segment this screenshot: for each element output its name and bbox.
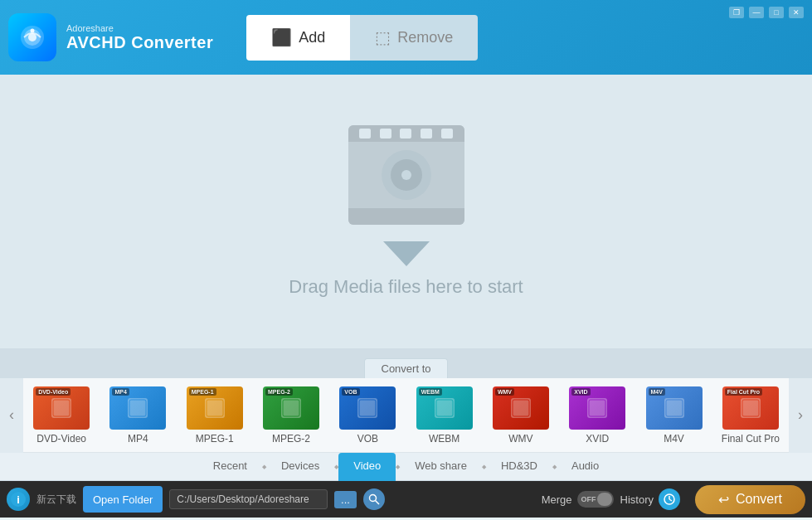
format-carousel: ‹ DVD-Video DVD-Video MP4 MP4 — [0, 378, 812, 453]
format-name-mpeg-2: MPEG-2 — [272, 433, 310, 445]
app-name: AVCHD Converter — [66, 33, 213, 52]
tab-recent[interactable]: Recent — [198, 453, 262, 481]
format-name-wmv: WMV — [508, 433, 532, 445]
search-button[interactable] — [363, 488, 385, 510]
format-item-webm[interactable]: WEBM WEBM — [411, 386, 478, 445]
bottom-bar: i 新云下载 Open Folder ... Merge OFF History — [0, 481, 812, 518]
app-title-block: Adoreshare AVCHD Converter — [66, 23, 213, 52]
svg-rect-14 — [435, 398, 455, 418]
convert-to-button[interactable]: Convert to — [364, 358, 449, 378]
film-holes-bottom — [348, 211, 464, 221]
tab-video[interactable]: Video — [338, 453, 396, 481]
more-button[interactable]: ... — [334, 491, 357, 508]
titlebar: ❐ — □ ✕ Adoreshare AVCHD Converter ⬛ Add… — [0, 0, 812, 75]
tab-web-share[interactable]: Web share — [400, 453, 482, 481]
svg-rect-18 — [587, 398, 607, 418]
format-item-mp4[interactable]: MP4 MP4 — [105, 386, 171, 445]
format-name-mp4: MP4 — [128, 433, 148, 445]
film-hole — [421, 211, 432, 221]
history-label: History — [620, 493, 654, 506]
merge-section: Merge OFF — [542, 491, 614, 508]
convert-icon: ↩ — [718, 492, 729, 508]
drag-text: Drag Media files here to start — [289, 276, 523, 298]
convert-to-bar: Convert to — [0, 348, 812, 378]
format-name-m4v: M4V — [664, 433, 684, 445]
film-hole — [380, 211, 391, 221]
format-name-final-cut-pro: Final Cut Pro — [722, 433, 780, 445]
minimize-button[interactable]: — — [749, 7, 764, 18]
watermark: 新云下载 — [36, 493, 76, 507]
tab-audio[interactable]: Audio — [557, 453, 614, 481]
restore-button[interactable]: ❐ — [729, 7, 744, 18]
open-folder-button[interactable]: Open Folder — [83, 486, 163, 513]
svg-rect-12 — [357, 398, 377, 418]
history-section: History — [620, 488, 680, 510]
format-item-mpeg-1[interactable]: MPEG-1 MPEG-1 — [182, 386, 248, 445]
film-holes-top — [348, 129, 464, 139]
film-hole — [359, 129, 371, 139]
film-hole — [441, 211, 453, 221]
convert-label: Convert — [736, 492, 782, 507]
toggle-knob — [597, 493, 612, 506]
app-logo — [8, 13, 56, 61]
open-folder-label: Open Folder — [93, 493, 153, 506]
film-hole — [400, 211, 411, 221]
svg-point-3 — [31, 29, 35, 33]
format-item-final-cut-pro[interactable]: Fial Cut Pro Final Cut Pro — [717, 386, 784, 445]
add-label: Add — [299, 29, 325, 46]
tab-devices[interactable]: Devices — [266, 453, 334, 481]
convert-button[interactable]: ↩ Convert — [695, 485, 805, 514]
svg-rect-16 — [511, 398, 531, 418]
film-hole — [421, 129, 432, 139]
svg-line-30 — [669, 499, 672, 501]
merge-label: Merge — [542, 493, 572, 506]
carousel-prev-button[interactable]: ‹ — [0, 378, 23, 453]
add-button[interactable]: ⬛ Add — [246, 15, 350, 61]
format-item-dvd-video[interactable]: DVD-Video DVD-Video — [28, 386, 95, 445]
remove-button[interactable]: ⬚ Remove — [350, 15, 478, 61]
svg-rect-20 — [664, 398, 684, 418]
drop-arrow — [383, 241, 430, 266]
film-hole — [441, 129, 453, 139]
svg-rect-6 — [128, 398, 148, 418]
svg-line-27 — [375, 501, 379, 505]
format-name-dvd-video: DVD-Video — [36, 433, 86, 445]
svg-rect-4 — [51, 398, 71, 418]
format-item-xvid[interactable]: XVID XVID — [564, 386, 630, 445]
format-items: DVD-Video DVD-Video MP4 MP4 MPEG-1 — [23, 381, 789, 450]
format-item-wmv[interactable]: WMV WMV — [488, 386, 554, 445]
info-icon: i — [7, 488, 30, 511]
merge-toggle[interactable]: OFF — [577, 491, 614, 508]
format-name-vob: VOB — [357, 433, 378, 445]
toggle-label: OFF — [581, 495, 596, 503]
toolbar-buttons: ⬛ Add ⬚ Remove — [246, 15, 478, 61]
carousel-next-button[interactable]: › — [789, 378, 812, 453]
film-hole — [400, 129, 411, 139]
svg-rect-8 — [205, 398, 225, 418]
format-name-webm: WEBM — [429, 433, 459, 445]
film-hole — [380, 129, 391, 139]
film-reel — [382, 150, 431, 200]
drop-area: Drag Media files here to start — [0, 75, 812, 348]
remove-icon: ⬚ — [375, 27, 391, 47]
film-reel-inner — [391, 159, 422, 191]
svg-rect-22 — [741, 398, 761, 418]
format-name-xvid: XVID — [586, 433, 609, 445]
film-hole — [359, 211, 371, 221]
format-item-m4v[interactable]: M4V M4V — [641, 386, 707, 445]
svg-rect-10 — [281, 398, 301, 418]
maximize-button[interactable]: □ — [769, 7, 784, 18]
svg-point-26 — [369, 495, 376, 502]
film-reel-center — [401, 170, 411, 180]
svg-text:i: i — [17, 493, 20, 506]
tab-hd3d[interactable]: HD&3D — [486, 453, 552, 481]
format-item-vob[interactable]: VOB VOB — [334, 386, 401, 445]
window-controls: ❐ — □ ✕ — [729, 7, 804, 18]
remove-label: Remove — [397, 29, 453, 46]
history-icon[interactable] — [659, 488, 680, 510]
category-tabs: Recent◆Devices◆Video◆Web share◆HD&3D◆Aud… — [0, 453, 812, 481]
path-field[interactable] — [169, 489, 328, 509]
close-button[interactable]: ✕ — [789, 7, 804, 18]
format-item-mpeg-2[interactable]: MPEG-2 MPEG-2 — [258, 386, 324, 445]
add-icon: ⬛ — [271, 27, 292, 47]
